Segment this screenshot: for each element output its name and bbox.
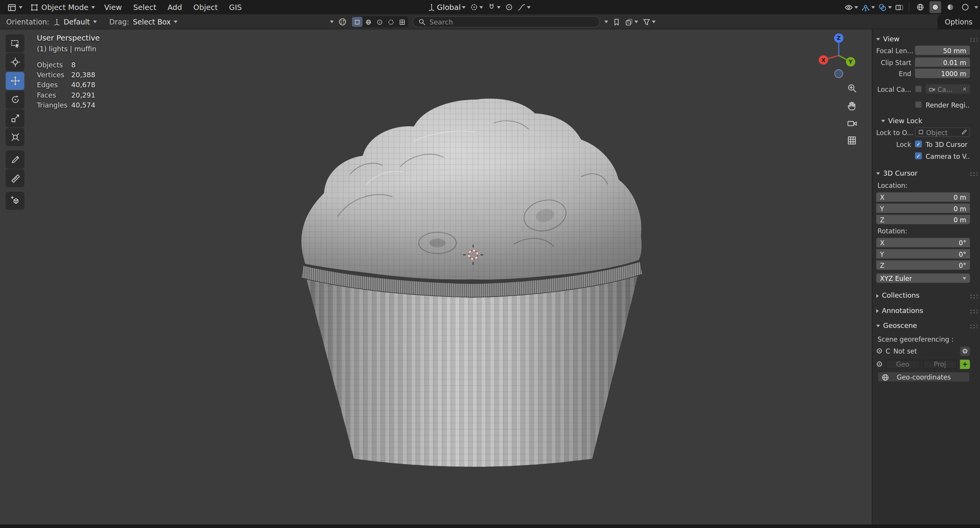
chevron-down-icon	[652, 21, 656, 23]
sphere-icon	[376, 18, 383, 25]
toggle-button-5[interactable]	[397, 17, 407, 27]
shading-rendered-button[interactable]	[959, 1, 971, 13]
axis-neg-z-ball[interactable]	[835, 70, 843, 78]
pan-hand-icon[interactable]	[847, 101, 857, 111]
proj-button[interactable]: Proj	[923, 359, 957, 368]
panel-collections-header[interactable]: Collections	[876, 290, 970, 301]
lock-object-field[interactable]: Object	[915, 127, 970, 137]
cursor-rotation-z-field[interactable]: Z0°	[876, 261, 970, 270]
tool-rotate[interactable]	[6, 91, 25, 109]
editor-type-selector[interactable]	[4, 0, 26, 15]
collapse-chevron-icon[interactable]	[330, 21, 334, 23]
toggle-button-4[interactable]	[386, 17, 396, 27]
tool-scale[interactable]	[6, 109, 25, 127]
show-overlays-toggle[interactable]	[878, 3, 892, 11]
focal-length-field[interactable]: 50 mm	[915, 46, 970, 55]
add-cube-icon	[10, 196, 20, 205]
tool-annotate[interactable]	[6, 150, 25, 168]
eyedropper-icon[interactable]	[960, 129, 967, 135]
toggle-xray-button[interactable]	[895, 3, 904, 11]
options-tab[interactable]: Options	[937, 15, 980, 29]
tool-transform[interactable]	[6, 128, 25, 146]
show-gizmos-toggle[interactable]	[861, 3, 875, 11]
toggle-button-1[interactable]	[352, 17, 363, 27]
camera-view-icon[interactable]	[847, 118, 857, 128]
chevron-down-icon	[479, 6, 483, 9]
search-options-chevron-icon[interactable]	[604, 21, 608, 23]
bookmark-icon[interactable]	[612, 18, 620, 26]
chevron-down-icon	[962, 277, 966, 280]
zoom-icon[interactable]	[847, 83, 857, 93]
mode-selector[interactable]: Object Mode	[26, 0, 99, 15]
xray-icon	[895, 3, 904, 11]
drag-dropdown[interactable]: Select Box	[133, 17, 178, 26]
gear-icon: ⚙	[962, 347, 968, 355]
panel-drag-handle[interactable]	[969, 36, 978, 41]
menu-view[interactable]: View	[98, 0, 128, 15]
toggle-button-3[interactable]	[375, 17, 385, 27]
viewport-overlay-text: User Perspective (1) lights | muffin Obj…	[37, 34, 100, 110]
panel-drag-handle[interactable]	[969, 323, 978, 328]
viewport-3d[interactable]: User Perspective (1) lights | muffin Obj…	[0, 29, 872, 525]
stat-triangles: Triangles40,574	[37, 100, 100, 110]
proportional-falloff-dropdown[interactable]	[518, 3, 531, 11]
menu-gis[interactable]: GIS	[223, 0, 247, 15]
tool-move[interactable]	[6, 72, 25, 90]
snap-toggle[interactable]	[488, 3, 501, 11]
shading-wireframe-button[interactable]	[915, 1, 926, 13]
muffin-3d-model[interactable]	[0, 29, 872, 525]
menu-add[interactable]: Add	[162, 0, 188, 15]
navigation-gizmo[interactable]: Z X Y	[818, 33, 862, 82]
local-camera-checkbox[interactable]	[915, 86, 922, 93]
panel-drag-handle[interactable]	[969, 171, 978, 176]
local-camera-field[interactable]: Ca... ✕	[926, 84, 970, 93]
geo-coordinates-button[interactable]: Geo-coordinates	[877, 372, 970, 382]
palette-icon[interactable]	[338, 18, 347, 26]
tool-cursor[interactable]	[6, 53, 25, 71]
menu-select[interactable]: Select	[128, 0, 162, 15]
cursor-location-z-field[interactable]: Z0 m	[876, 215, 970, 224]
editor-type-icon	[8, 3, 16, 11]
clip-start-field[interactable]: 0.01 m	[915, 57, 970, 67]
shading-material-button[interactable]	[944, 1, 956, 13]
clear-icon[interactable]: ✕	[962, 86, 967, 92]
crs-settings-button[interactable]: ⚙	[960, 346, 970, 355]
panel-drag-handle[interactable]	[969, 293, 978, 298]
cursor-location-y-field[interactable]: Y0 m	[876, 204, 970, 213]
panel-view-header[interactable]: View	[876, 33, 970, 45]
orientation-dropdown[interactable]: Default	[53, 17, 97, 26]
chevron-down-icon[interactable]	[974, 6, 978, 9]
tool-measure[interactable]	[6, 169, 25, 187]
pivot-point-dropdown[interactable]	[470, 3, 483, 11]
add-crs-button[interactable]: +	[960, 359, 970, 368]
toggle-ortho-grid-icon[interactable]	[847, 135, 857, 145]
panel-annotations-header[interactable]: Annotations	[876, 305, 970, 316]
chevron-down-icon	[871, 6, 875, 9]
clip-end-field[interactable]: 1000 m	[915, 69, 970, 78]
tool-settings-bar: Orientation: Default Drag: Select Box	[0, 15, 980, 29]
tool-select-box[interactable]	[6, 34, 25, 52]
transform-orientation-dropdown[interactable]: Global	[427, 3, 466, 11]
chevron-right-icon	[876, 294, 879, 298]
geo-button[interactable]: Geo	[886, 359, 920, 368]
object-visibility-dropdown[interactable]	[844, 3, 858, 11]
shading-solid-button[interactable]	[929, 1, 941, 13]
filter-dropdown[interactable]	[643, 18, 656, 26]
to-3d-cursor-checkbox[interactable]: ✓	[915, 140, 922, 147]
tool-add-cube[interactable]	[6, 192, 25, 210]
display-options-dropdown[interactable]	[625, 18, 638, 26]
rotation-mode-dropdown[interactable]: XYZ Euler	[876, 274, 970, 283]
panel-drag-handle[interactable]	[969, 308, 978, 313]
proportional-editing-toggle[interactable]	[505, 3, 513, 11]
panel-geoscene-header[interactable]: Geoscene	[876, 320, 970, 332]
cursor-rotation-x-field[interactable]: X0°	[876, 238, 970, 247]
panel-view-lock-header[interactable]: View Lock	[881, 115, 970, 127]
panel-3d-cursor-header[interactable]: 3D Cursor	[876, 167, 970, 179]
cursor-rotation-y-field[interactable]: Y0°	[876, 249, 970, 258]
menu-object[interactable]: Object	[188, 0, 223, 15]
cursor-location-x-field[interactable]: X0 m	[876, 192, 970, 202]
toggle-button-2[interactable]	[363, 17, 374, 27]
camera-to-view-checkbox[interactable]: ✓	[915, 152, 922, 159]
render-region-checkbox[interactable]	[915, 101, 922, 108]
search-input[interactable]	[429, 18, 594, 26]
